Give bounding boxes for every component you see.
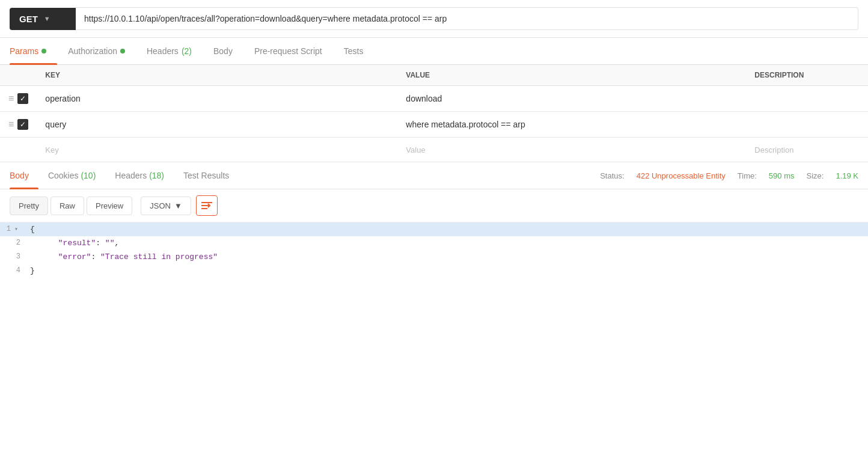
col-header-key: KEY <box>37 65 397 86</box>
tab-body[interactable]: Body <box>203 38 243 64</box>
col-header-checkbox <box>0 65 37 86</box>
tab-authorization-label: Authorization <box>68 46 117 56</box>
raw-button[interactable]: Raw <box>50 197 84 215</box>
format-select[interactable]: JSON ▼ <box>141 197 191 215</box>
tab-headers-label: Headers <box>147 46 179 56</box>
col-header-description: DESCRIPTION <box>746 65 868 86</box>
col-header-value: VALUE <box>397 65 746 86</box>
response-tab-headers-label: Headers <box>115 171 147 180</box>
tab-prerequest-label: Pre-request Script <box>254 46 322 56</box>
tab-tests[interactable]: Tests <box>333 38 374 64</box>
row1-description <box>746 86 868 112</box>
method-select[interactable]: GET ▼ <box>10 8 76 30</box>
code-view: 1 ▾ { 2 "result": "", 3 "error": "Trace … <box>0 222 868 278</box>
response-tab-body-label: Body <box>10 171 29 180</box>
format-chevron: ▼ <box>174 201 182 210</box>
line-num-1: 1 ▾ <box>0 224 30 233</box>
drag-handle[interactable]: ≡ <box>8 93 14 104</box>
response-tab-cookies-label: Cookies <box>48 171 79 180</box>
drag-handle[interactable]: ≡ <box>8 119 14 130</box>
params-table: KEY VALUE DESCRIPTION ≡ ✓ operation down… <box>0 65 868 162</box>
time-label: Time: <box>738 171 757 180</box>
code-line-3: 3 "error": "Trace still in progress" <box>0 250 868 264</box>
status-value: 422 Unprocessable Entity <box>637 171 726 180</box>
params-dot <box>41 49 46 53</box>
url-bar: GET ▼ <box>0 0 868 38</box>
tab-body-label: Body <box>213 46 233 56</box>
method-label: GET <box>19 14 38 24</box>
pretty-button[interactable]: Pretty <box>10 197 48 215</box>
authorization-dot <box>120 49 125 53</box>
table-row: ≡ ✓ query where metadata.protocol == arp <box>0 112 868 138</box>
size-label: Size: <box>807 171 824 180</box>
line-num-2: 2 <box>0 237 30 247</box>
status-label: Status: <box>600 171 624 180</box>
tab-params-label: Params <box>10 46 38 56</box>
key-placeholder: Key <box>45 145 58 154</box>
value-placeholder: Value <box>406 145 425 154</box>
wrap-button[interactable] <box>196 195 218 216</box>
tab-prerequest[interactable]: Pre-request Script <box>243 38 333 64</box>
row2-checkbox-cell: ≡ ✓ <box>0 112 37 138</box>
code-content-3: "error": "Trace still in progress" <box>30 251 868 263</box>
line-num-3: 3 <box>0 251 30 261</box>
response-meta: Status: 422 Unprocessable Entity Time: 5… <box>600 171 858 180</box>
code-line-2: 2 "result": "", <box>0 236 868 250</box>
code-line-4: 4 } <box>0 264 868 278</box>
description-placeholder: Description <box>754 145 793 154</box>
row2-value[interactable]: where metadata.protocol == arp <box>397 112 746 138</box>
code-content-1: { <box>30 224 868 235</box>
row2-checkbox[interactable]: ✓ <box>17 119 28 130</box>
params-section: KEY VALUE DESCRIPTION ≡ ✓ operation down… <box>0 65 868 162</box>
cookies-count: (10) <box>81 171 96 180</box>
response-tab-cookies[interactable]: Cookies (10) <box>38 162 105 189</box>
method-chevron: ▼ <box>44 15 50 22</box>
row1-checkbox-cell: ≡ ✓ <box>0 86 37 112</box>
table-row-empty: Key Value Description <box>0 138 868 162</box>
headers-count: (2) <box>182 46 192 56</box>
response-tab-body[interactable]: Body <box>10 162 38 189</box>
time-value: 590 ms <box>769 171 795 180</box>
tab-tests-label: Tests <box>344 46 364 56</box>
row1-value[interactable]: download <box>397 86 746 112</box>
row2-key[interactable]: query <box>37 112 397 138</box>
response-tab-test-results-label: Test Results <box>183 171 229 180</box>
body-toolbar: Pretty Raw Preview JSON ▼ <box>0 189 868 222</box>
row1-checkbox[interactable]: ✓ <box>17 93 28 104</box>
code-content-4: } <box>30 265 868 276</box>
table-row: ≡ ✓ operation download <box>0 86 868 112</box>
format-label: JSON <box>150 201 171 210</box>
size-value: 1.19 K <box>836 171 858 180</box>
request-tabs: Params Authorization Headers (2) Body Pr… <box>0 38 868 65</box>
preview-button[interactable]: Preview <box>87 197 132 215</box>
line-num-4: 4 <box>0 265 30 275</box>
response-tab-test-results[interactable]: Test Results <box>174 162 239 189</box>
code-content-2: "result": "", <box>30 237 868 249</box>
url-input[interactable] <box>76 7 858 30</box>
code-line-1: 1 ▾ { <box>0 222 868 236</box>
row2-description <box>746 112 868 138</box>
tab-headers[interactable]: Headers (2) <box>136 38 203 64</box>
response-tab-headers[interactable]: Headers (18) <box>105 162 174 189</box>
row1-key[interactable]: operation <box>37 86 397 112</box>
response-headers-count: (18) <box>149 171 164 180</box>
response-tabs: Body Cookies (10) Headers (18) Test Resu… <box>0 162 868 189</box>
tab-authorization[interactable]: Authorization <box>57 38 136 64</box>
tab-params[interactable]: Params <box>10 38 57 64</box>
